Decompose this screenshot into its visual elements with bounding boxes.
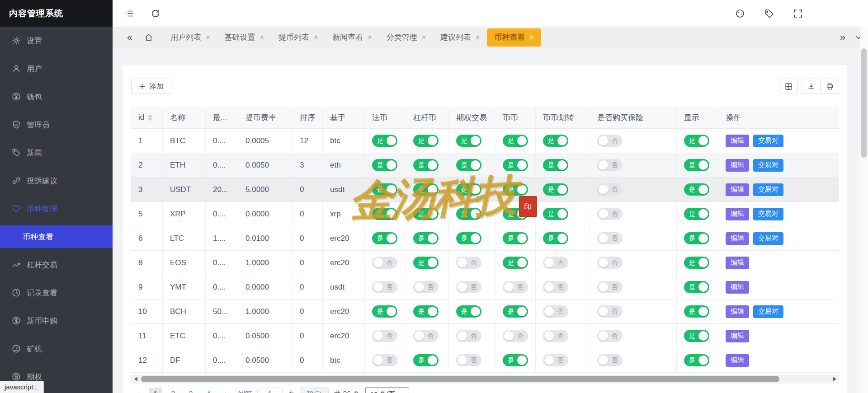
toggle-option[interactable]: 是 <box>456 159 481 171</box>
sidebar-item-record-view[interactable]: 记录查看 <box>0 279 113 307</box>
sidebar-item-users[interactable]: 用户 <box>0 55 113 83</box>
toggle-fiat[interactable]: 是 <box>372 305 397 318</box>
toggle-option[interactable]: 是 <box>456 232 481 244</box>
toggle-transfer[interactable]: 否 <box>543 330 568 342</box>
toggle-show[interactable]: 是 <box>684 305 709 318</box>
toggle-option[interactable]: 否 <box>456 354 481 366</box>
toggle-coin[interactable]: 是 <box>503 208 528 220</box>
pair-button[interactable]: 交易对 <box>753 159 783 172</box>
pair-button[interactable]: 交易对 <box>753 232 783 245</box>
toggle-lever[interactable]: 是 <box>413 232 439 244</box>
toggle-insurance[interactable]: 否 <box>597 208 623 220</box>
tab-category-manage[interactable]: 分类管理× <box>379 28 433 47</box>
tab-user-list[interactable]: 用户列表× <box>163 28 217 47</box>
toggle-fiat[interactable]: 否 <box>372 354 397 366</box>
close-icon[interactable]: × <box>529 34 533 41</box>
toggle-coin[interactable]: 是 <box>503 305 528 318</box>
toggle-coin[interactable]: 是 <box>503 183 528 196</box>
close-icon[interactable]: × <box>368 34 372 41</box>
toggle-lever[interactable]: 是 <box>413 135 439 147</box>
toggle-transfer[interactable]: 否 <box>543 281 568 293</box>
sidebar-item-settings[interactable]: 设置 <box>0 27 113 55</box>
page-button-4[interactable]: 4 <box>202 388 215 393</box>
edit-button[interactable]: 编辑 <box>726 281 749 294</box>
toggle-lever[interactable]: 是 <box>413 354 439 366</box>
toggle-option[interactable]: 是 <box>456 305 481 318</box>
toggle-insurance[interactable]: 否 <box>597 354 623 366</box>
scroll-right-arrow-icon[interactable] <box>830 374 839 384</box>
edit-button[interactable]: 编辑 <box>726 257 749 269</box>
print-button[interactable] <box>820 79 839 94</box>
page-button-2[interactable]: 2 <box>166 388 180 393</box>
confirm-button[interactable]: 确定 <box>300 388 329 393</box>
toggle-option[interactable]: 是 <box>456 183 481 196</box>
tab-coin-view[interactable]: 币种查看× <box>487 28 541 47</box>
toggle-show[interactable]: 是 <box>684 232 709 244</box>
prev-page-button[interactable]: ‹ <box>131 388 145 393</box>
toggle-fiat[interactable]: 是 <box>372 183 397 196</box>
sidebar-item-coin-view[interactable]: 币种查看 <box>0 225 113 248</box>
sidebar-item-new-coin[interactable]: 新币申购 <box>0 307 113 335</box>
toggle-fiat[interactable]: 否 <box>372 330 397 342</box>
toggle-coin[interactable]: 是 <box>503 354 528 366</box>
vertical-scrollbar[interactable] <box>860 27 868 393</box>
close-icon[interactable]: × <box>206 34 210 41</box>
toggle-insurance[interactable]: 否 <box>597 232 623 244</box>
toggle-insurance[interactable]: 否 <box>597 330 623 342</box>
sort-icon[interactable] <box>148 114 152 121</box>
toggle-transfer[interactable]: 是 <box>543 183 568 196</box>
tab-suggest-list[interactable]: 建议列表× <box>433 28 487 47</box>
toggle-coin[interactable]: 是 <box>503 135 528 147</box>
toggle-fiat[interactable]: 是 <box>372 159 397 171</box>
toggle-show[interactable]: 是 <box>684 208 709 220</box>
toggle-show[interactable]: 是 <box>684 330 709 342</box>
tag-icon[interactable] <box>764 9 774 19</box>
pair-button[interactable]: 交易对 <box>753 135 783 147</box>
toggle-show[interactable]: 是 <box>684 183 709 196</box>
edit-button[interactable]: 编辑 <box>726 183 749 196</box>
toggle-transfer[interactable]: 是 <box>543 135 568 147</box>
toggle-show[interactable]: 是 <box>684 135 709 147</box>
page-size-select[interactable]: 10 条/页 ▼ <box>365 387 409 393</box>
toggle-option[interactable]: 是 <box>456 135 481 147</box>
vertical-scrollbar-thumb[interactable] <box>861 48 867 158</box>
edit-button[interactable]: 编辑 <box>726 208 749 220</box>
toggle-coin[interactable]: 是 <box>503 232 528 244</box>
tab-withdraw-list[interactable]: 提币列表× <box>271 28 325 47</box>
pair-button[interactable]: 交易对 <box>753 305 783 318</box>
refresh-icon[interactable] <box>151 9 160 19</box>
toggle-transfer[interactable]: 是 <box>543 208 568 220</box>
toggle-lever[interactable]: 是 <box>413 305 439 318</box>
toggle-coin[interactable]: 是 <box>503 257 528 269</box>
toggle-option[interactable]: 否 <box>456 257 481 269</box>
close-icon[interactable]: × <box>476 34 480 41</box>
toggle-transfer[interactable]: 否 <box>543 257 568 269</box>
toggle-option[interactable]: 否 <box>456 281 481 293</box>
next-page-button[interactable]: › <box>219 388 233 393</box>
toggle-insurance[interactable]: 否 <box>597 257 623 269</box>
pair-button[interactable]: 交易对 <box>753 208 783 220</box>
toggle-insurance[interactable]: 否 <box>597 183 623 196</box>
sidebar-item-suggestions[interactable]: 投拆建议 <box>0 167 113 195</box>
close-icon[interactable]: × <box>422 34 426 41</box>
toggle-show[interactable]: 是 <box>684 257 709 269</box>
add-button[interactable]: 添加 <box>131 79 171 94</box>
toggle-option[interactable]: 是 <box>456 208 481 220</box>
pair-button[interactable]: 交易对 <box>753 183 783 196</box>
sidebar-item-admins[interactable]: 管理员 <box>0 111 113 139</box>
toggle-lever[interactable]: 否 <box>413 330 439 342</box>
toggle-show[interactable]: 是 <box>684 159 709 171</box>
toggle-coin[interactable]: 否 <box>503 281 528 293</box>
close-icon[interactable]: × <box>314 34 318 41</box>
home-tab-icon[interactable] <box>144 33 153 42</box>
close-icon[interactable]: × <box>260 34 264 41</box>
edit-button[interactable]: 编辑 <box>726 159 749 172</box>
sidebar-item-lever-trade[interactable]: 杠杆交易 <box>0 251 113 279</box>
toggle-insurance[interactable]: 否 <box>597 281 623 293</box>
page-button-3[interactable]: 3 <box>184 388 198 393</box>
collapse-menu-icon[interactable] <box>124 9 134 19</box>
sidebar-item-coin-manage[interactable]: 币种管理 <box>0 195 113 223</box>
page-input[interactable] <box>257 388 283 393</box>
toggle-show[interactable]: 是 <box>684 354 709 366</box>
toggle-coin[interactable]: 否 <box>503 330 528 342</box>
